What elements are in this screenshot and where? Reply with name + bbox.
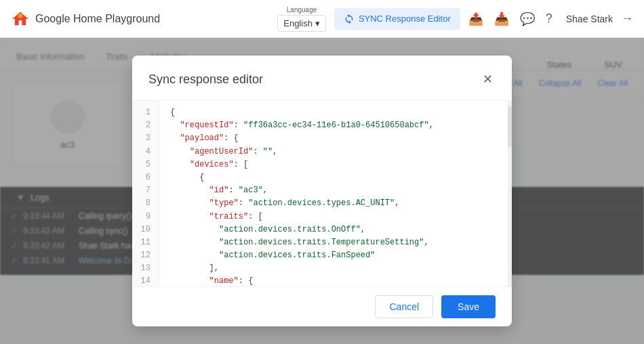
modal-footer: Cancel Save bbox=[132, 286, 512, 326]
sync-btn-label: SYNC Response Editor bbox=[359, 14, 451, 24]
language-dropdown[interactable]: English ▾ bbox=[277, 15, 326, 32]
topbar-icons: 📤 📥 💬 ? bbox=[468, 12, 552, 26]
download-icon[interactable]: 📥 bbox=[494, 12, 509, 26]
app-name: Google Home Playground bbox=[35, 13, 160, 25]
cancel-button[interactable]: Cancel bbox=[375, 295, 433, 318]
upload-icon[interactable]: 📤 bbox=[468, 12, 483, 26]
sync-icon bbox=[344, 14, 355, 24]
user-name: Shae Stark bbox=[566, 14, 613, 24]
sync-response-editor-modal: Sync response editor ✕ 1234 5678 9101112… bbox=[132, 56, 512, 326]
modal-title: Sync response editor bbox=[148, 72, 263, 87]
help-icon[interactable]: ? bbox=[546, 12, 552, 26]
language-selector: Language English ▾ bbox=[277, 6, 326, 32]
home-icon bbox=[11, 9, 30, 28]
main-area: Basic Information Traits Attributes Stat… bbox=[0, 38, 644, 344]
save-button[interactable]: Save bbox=[441, 295, 496, 318]
topbar: Google Home Playground Language English … bbox=[0, 0, 644, 38]
line-numbers: 1234 5678 9101112 13141516 bbox=[132, 101, 159, 286]
language-label: Language bbox=[287, 6, 317, 14]
chevron-down-icon: ▾ bbox=[315, 18, 320, 28]
language-value: English bbox=[283, 18, 313, 28]
sync-response-editor-button[interactable]: SYNC Response Editor bbox=[334, 8, 460, 30]
logout-icon[interactable]: → bbox=[621, 12, 633, 26]
modal-overlay: Sync response editor ✕ 1234 5678 9101112… bbox=[0, 38, 644, 344]
modal-close-button[interactable]: ✕ bbox=[480, 69, 496, 89]
modal-body: 1234 5678 9101112 13141516 { "requestId"… bbox=[132, 101, 512, 286]
message-icon[interactable]: 💬 bbox=[520, 12, 535, 26]
app-logo: Google Home Playground bbox=[11, 9, 160, 28]
modal-header: Sync response editor ✕ bbox=[132, 56, 512, 101]
svg-point-0 bbox=[18, 13, 23, 18]
code-editor[interactable]: { "requestId": "ff36a3cc-ec34-11e6-b1a0-… bbox=[159, 101, 508, 286]
scrollbar[interactable] bbox=[508, 101, 512, 286]
scrollbar-thumb bbox=[508, 106, 512, 147]
